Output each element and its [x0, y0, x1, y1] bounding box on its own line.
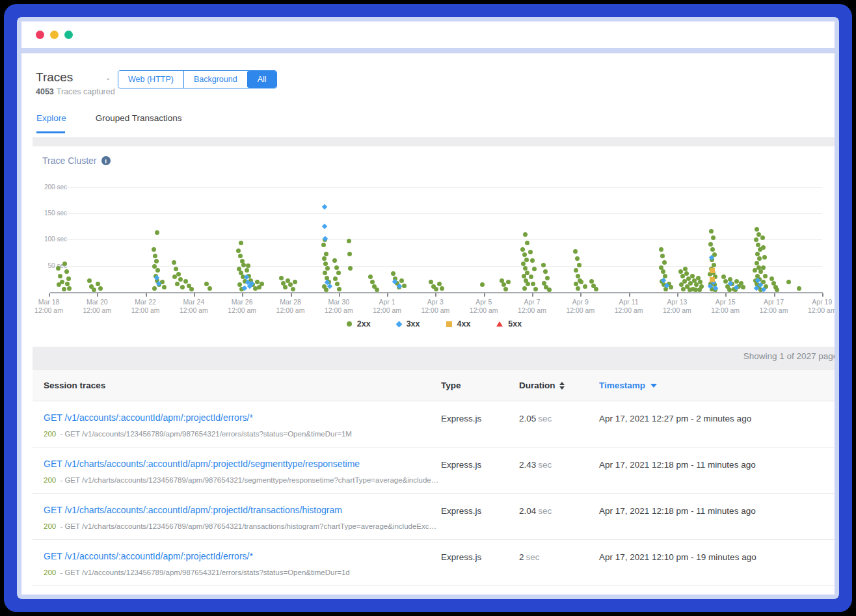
trace-point-2xx[interactable] — [260, 282, 264, 286]
trace-point-2xx[interactable] — [541, 263, 546, 267]
trace-point-2xx[interactable] — [87, 278, 92, 283]
filter-button-web-http[interactable]: Web (HTTP) — [118, 71, 183, 88]
trace-point-2xx[interactable] — [763, 274, 768, 278]
trace-point-2xx[interactable] — [583, 284, 587, 289]
trace-point-2xx[interactable] — [754, 237, 758, 242]
tab-grouped-transactions[interactable]: Grouped Transactions — [96, 113, 182, 131]
trace-point-2xx[interactable] — [66, 276, 71, 281]
trace-point-2xx[interactable] — [279, 276, 284, 280]
trace-point-2xx[interactable] — [236, 248, 241, 253]
trace-point-2xx[interactable] — [532, 267, 537, 271]
trace-point-2xx[interactable] — [659, 247, 663, 252]
trace-endpoint-link[interactable]: GET /v1/accounts/:accountId/apm/:project… — [44, 412, 253, 423]
trace-point-4xx[interactable] — [710, 277, 715, 282]
trace-point-2xx[interactable] — [669, 285, 673, 289]
trace-point-2xx[interactable] — [65, 282, 70, 286]
trace-point-2xx[interactable] — [322, 256, 327, 261]
trace-point-2xx[interactable] — [207, 286, 212, 291]
trace-point-2xx[interactable] — [755, 261, 759, 265]
filter-button-background[interactable]: Background — [183, 71, 247, 88]
trace-point-2xx[interactable] — [660, 254, 665, 258]
trace-point-2xx[interactable] — [523, 232, 528, 237]
trace-point-2xx[interactable] — [710, 247, 715, 252]
legend-item-3xx[interactable]: 3xx — [397, 319, 420, 328]
table-row[interactable]: GET /v1/charts/accounts/:accountId/apm/:… — [33, 448, 835, 494]
trace-point-2xx[interactable] — [291, 287, 295, 291]
trace-point-2xx[interactable] — [760, 235, 765, 240]
trace-point-2xx[interactable] — [529, 275, 533, 279]
trace-point-2xx[interactable] — [480, 282, 485, 287]
trace-point-2xx[interactable] — [323, 271, 327, 275]
trace-point-2xx[interactable] — [531, 282, 535, 286]
trace-point-2xx[interactable] — [761, 245, 766, 250]
column-header-duration[interactable]: Duration — [519, 381, 565, 390]
trace-point-2xx[interactable] — [204, 282, 209, 286]
trace-point-2xx[interactable] — [757, 256, 762, 261]
trace-point-2xx[interactable] — [525, 241, 529, 245]
trace-point-2xx[interactable] — [684, 271, 689, 276]
trace-point-2xx[interactable] — [162, 285, 167, 289]
trace-point-2xx[interactable] — [174, 267, 178, 271]
trace-point-2xx[interactable] — [154, 259, 159, 263]
legend-item-4xx[interactable]: 4xx — [446, 319, 471, 328]
trace-point-2xx[interactable] — [522, 286, 527, 291]
trace-point-2xx[interactable] — [325, 266, 330, 271]
trace-point-2xx[interactable] — [708, 242, 713, 247]
trace-point-2xx[interactable] — [503, 287, 508, 291]
trace-point-2xx[interactable] — [594, 287, 598, 291]
table-row[interactable]: GET /v1/charts/accounts/:accountId/apm/:… — [33, 494, 835, 540]
trace-point-2xx[interactable] — [337, 287, 341, 291]
trace-point-2xx[interactable] — [335, 282, 340, 286]
trace-point-2xx[interactable] — [370, 280, 375, 284]
trace-point-2xx[interactable] — [711, 235, 716, 240]
trace-point-2xx[interactable] — [172, 260, 176, 265]
trace-point-2xx[interactable] — [67, 286, 72, 291]
trace-point-2xx[interactable] — [530, 258, 535, 263]
trace-point-2xx[interactable] — [336, 271, 341, 275]
trace-point-2xx[interactable] — [96, 282, 100, 286]
trace-point-2xx[interactable] — [678, 269, 683, 274]
filter-button-all[interactable]: All — [247, 71, 276, 88]
tab-explore[interactable]: Explore — [36, 113, 66, 131]
legend-item-2xx[interactable]: 2xx — [347, 319, 371, 328]
trace-endpoint-link[interactable]: GET /v1/charts/accounts/:accountId/apm/:… — [44, 505, 342, 515]
trace-point-2xx[interactable] — [734, 279, 739, 284]
trace-point-2xx[interactable] — [437, 282, 442, 286]
trace-point-2xx[interactable] — [741, 285, 745, 289]
trace-point-2xx[interactable] — [543, 269, 548, 274]
trace-point-2xx[interactable] — [255, 280, 260, 284]
trace-point-2xx[interactable] — [576, 274, 580, 278]
trace-point-2xx[interactable] — [57, 282, 61, 287]
trace-point-2xx[interactable] — [440, 286, 444, 291]
legend-item-5xx[interactable]: 5xx — [496, 319, 522, 328]
trace-point-2xx[interactable] — [62, 287, 66, 291]
trace-point-2xx[interactable] — [528, 250, 533, 254]
trace-point-2xx[interactable] — [391, 271, 395, 276]
trace-point-2xx[interactable] — [323, 261, 328, 266]
minimize-window-icon[interactable] — [50, 31, 59, 39]
trace-point-3xx[interactable] — [321, 224, 327, 229]
trace-point-2xx[interactable] — [545, 276, 550, 280]
trace-point-2xx[interactable] — [368, 275, 373, 279]
trace-point-2xx[interactable] — [761, 265, 766, 270]
trace-point-2xx[interactable] — [547, 288, 552, 292]
trace-point-2xx[interactable] — [347, 252, 352, 256]
trace-point-2xx[interactable] — [153, 254, 157, 258]
column-header-timestamp[interactable]: Timestamp — [599, 381, 657, 390]
trace-point-2xx[interactable] — [175, 282, 180, 286]
trace-point-2xx[interactable] — [180, 285, 185, 289]
trace-point-2xx[interactable] — [155, 268, 160, 273]
trace-point-2xx[interactable] — [241, 263, 246, 267]
trace-point-2xx[interactable] — [709, 229, 714, 234]
trace-point-2xx[interactable] — [332, 258, 337, 263]
trace-point-2xx[interactable] — [506, 280, 511, 284]
trace-point-2xx[interactable] — [522, 252, 527, 257]
sort-icon[interactable] — [559, 382, 565, 390]
trace-point-2xx[interactable] — [399, 278, 404, 283]
trace-point-2xx[interactable] — [293, 280, 297, 284]
trace-point-2xx[interactable] — [348, 266, 353, 271]
trace-point-2xx[interactable] — [574, 268, 578, 273]
trace-point-2xx[interactable] — [176, 272, 181, 276]
trace-point-2xx[interactable] — [189, 287, 194, 291]
trace-point-2xx[interactable] — [178, 277, 183, 282]
